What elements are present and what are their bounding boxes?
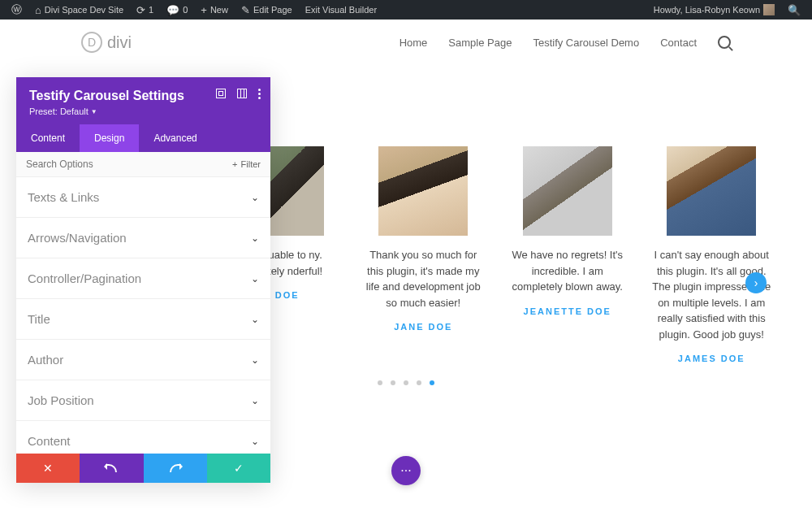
filter-button[interactable]: +Filter [232, 159, 261, 169]
testimonial-carousel: is invaluable to ny. Absolutely nderful!… [219, 146, 771, 363]
redo-icon [170, 464, 181, 472]
howdy-link[interactable]: Howdy, Lisa-Robyn Keown [649, 4, 780, 15]
nav-sample-page[interactable]: Sample Page [448, 37, 512, 49]
cancel-button[interactable]: ✕ [16, 454, 80, 483]
testimonial-text: Thank you so much for this plugin, it's … [364, 247, 484, 310]
undo-button[interactable] [80, 454, 143, 483]
chevron-down-icon: ⌄ [251, 273, 259, 284]
option-controller-pagination[interactable]: Controller/Pagination⌄ [16, 258, 270, 299]
logo-icon: D [81, 32, 102, 53]
search-icon[interactable] [718, 36, 731, 49]
search-input[interactable] [26, 158, 172, 170]
new-link[interactable]: +New [196, 4, 233, 16]
nav-home[interactable]: Home [400, 37, 428, 49]
tab-content[interactable]: Content [16, 124, 80, 152]
option-arrows-navigation[interactable]: Arrows/Navigation⌄ [16, 218, 270, 258]
avatar [763, 4, 775, 15]
nav-contact[interactable]: Contact [660, 37, 697, 49]
settings-panel: Testify Carousel Settings Preset: Defaul… [16, 77, 270, 483]
pagination-dot[interactable] [417, 380, 421, 385]
chevron-down-icon: ⌄ [251, 232, 259, 244]
testimonial-text: I can't say enough about this plugin. It… [652, 247, 772, 342]
more-icon[interactable] [258, 89, 261, 99]
preset-selector[interactable]: Preset: Default▼ [29, 106, 257, 116]
chevron-down-icon: ⌄ [251, 395, 259, 406]
pagination-dot[interactable] [404, 380, 408, 385]
chevron-down-icon: ▼ [91, 108, 97, 115]
comments-link[interactable]: 💬0 [162, 4, 192, 16]
tab-advanced[interactable]: Advanced [139, 124, 211, 152]
pagination-dot[interactable] [378, 380, 382, 385]
chevron-down-icon: ⌄ [251, 436, 259, 447]
testimonial-author: JEANETTE DOE [524, 306, 611, 316]
option-title[interactable]: Title⌄ [16, 299, 270, 340]
site-name-link[interactable]: ⌂Divi Space Dev Site [30, 4, 128, 16]
main-nav: Home Sample Page Testify Carousel Demo C… [400, 36, 731, 49]
testimonial-image [667, 146, 756, 236]
chevron-down-icon: ⌄ [251, 354, 259, 366]
panel-footer: ✕ ✓ [16, 454, 270, 483]
chevron-down-icon: ⌄ [251, 314, 259, 325]
testimonial-card: Thank you so much for this plugin, it's … [364, 146, 484, 363]
testimonial-card: I can't say enough about this plugin. It… [652, 146, 772, 363]
updates-link[interactable]: ⟳1 [132, 4, 158, 16]
builder-fab-button[interactable]: ··· [391, 456, 421, 485]
testimonial-text: We have no regrets! It's incredible. I a… [508, 247, 628, 295]
exit-builder-link[interactable]: Exit Visual Builder [300, 5, 382, 15]
testimonial-author: JAMES DOE [678, 354, 745, 363]
wp-search-icon[interactable]: 🔍 [783, 4, 806, 16]
options-list[interactable]: Texts & Links⌄ Arrows/Navigation⌄ Contro… [16, 177, 270, 454]
edit-page-link[interactable]: ✎Edit Page [236, 4, 297, 16]
testimonial-image [378, 146, 468, 236]
nav-testify-demo[interactable]: Testify Carousel Demo [533, 37, 639, 49]
option-author[interactable]: Author⌄ [16, 340, 270, 380]
option-job-position[interactable]: Job Position⌄ [16, 380, 270, 421]
columns-icon[interactable] [237, 89, 247, 98]
pagination-dot[interactable] [430, 380, 434, 385]
site-header: D divi Home Sample Page Testify Carousel… [0, 20, 812, 65]
panel-header[interactable]: Testify Carousel Settings Preset: Defaul… [16, 77, 270, 124]
logo[interactable]: D divi [81, 32, 132, 53]
save-button[interactable]: ✓ [207, 454, 270, 483]
tab-design[interactable]: Design [80, 124, 139, 152]
testimonial-card: We have no regrets! It's incredible. I a… [508, 146, 628, 363]
undo-icon [106, 464, 117, 472]
carousel-next-button[interactable]: › [745, 272, 767, 293]
carousel-pagination [378, 380, 434, 385]
panel-tabs: Content Design Advanced [16, 124, 270, 152]
chevron-down-icon: ⌄ [251, 192, 259, 203]
wp-logo-icon[interactable]: ⓦ [6, 2, 27, 17]
option-content[interactable]: Content⌄ [16, 421, 270, 454]
testimonial-image [523, 146, 612, 236]
panel-search-row: +Filter [16, 152, 270, 177]
testimonial-author: JANE DOE [394, 322, 452, 332]
option-texts-links[interactable]: Texts & Links⌄ [16, 177, 270, 218]
expand-icon[interactable] [216, 89, 226, 98]
logo-text: divi [107, 33, 132, 52]
wp-admin-bar: ⓦ ⌂Divi Space Dev Site ⟳1 💬0 +New ✎Edit … [0, 0, 812, 20]
redo-button[interactable] [144, 454, 207, 483]
pagination-dot[interactable] [391, 380, 395, 385]
